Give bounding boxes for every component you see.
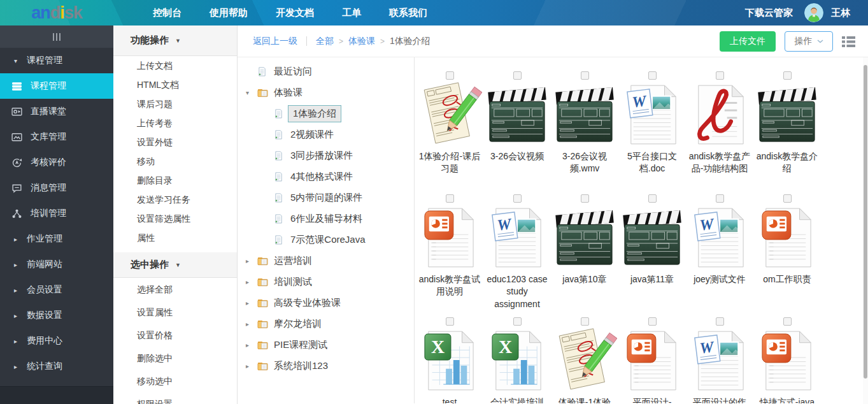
file-item[interactable]: andisk教学盘试用说明 — [416, 194, 483, 317]
ops-item[interactable]: 设置属性 — [113, 301, 237, 324]
file-item[interactable]: Xtest — [416, 317, 483, 403]
tree-node[interactable]: 7示范课CoreJava — [238, 229, 414, 250]
sidebar-item-4[interactable]: 考核评价 — [0, 150, 113, 175]
ops-item[interactable]: 权限设置 — [113, 393, 237, 404]
ops-item[interactable]: 移动选中 — [113, 370, 237, 393]
tree-node[interactable]: 4其他格式课件 — [238, 166, 414, 187]
file-checkbox[interactable] — [581, 71, 589, 80]
sidebar-group-8[interactable]: ▸前端网站 — [0, 252, 113, 277]
caret-right-icon[interactable]: ▸ — [246, 257, 253, 264]
file-checkbox[interactable] — [716, 317, 724, 326]
ops-section-header-1[interactable]: 功能操作▼ — [113, 25, 237, 56]
file-checkbox[interactable] — [783, 194, 792, 203]
file-item[interactable]: W5平台接口文档.doc — [618, 71, 686, 194]
file-item[interactable]: Wjoey测试文件 — [686, 194, 753, 317]
file-item[interactable]: andisk教学盘产品-功能结构图 — [686, 71, 753, 194]
ops-section-header-2[interactable]: 选中操作▼ — [113, 252, 237, 278]
ops-item[interactable]: 设置外链 — [113, 133, 237, 152]
tree-node[interactable]: 2视频课件 — [238, 124, 414, 145]
ops-item[interactable]: HTML文档 — [113, 75, 237, 94]
sidebar-collapse-button[interactable] — [0, 25, 113, 48]
file-checkbox[interactable] — [513, 317, 522, 326]
tree-node[interactable]: ▸PIE课程测试 — [238, 335, 414, 356]
scrollbar-thumb[interactable] — [864, 65, 867, 379]
ops-item[interactable]: 上传文档 — [113, 56, 237, 75]
sidebar-item-1[interactable]: 课程管理 — [0, 73, 113, 99]
sidebar-item-5[interactable]: 消息管理 — [0, 175, 113, 201]
operate-dropdown-button[interactable]: 操作 — [785, 31, 833, 52]
ops-item[interactable]: 发送学习任务 — [113, 190, 237, 209]
file-item[interactable]: 平面设计- — [618, 317, 686, 403]
ops-item[interactable]: 删除目录 — [113, 171, 237, 190]
tree-node[interactable]: ▸摩尔龙培训 — [238, 314, 414, 335]
sidebar-group-7[interactable]: ▸作业管理 — [0, 226, 113, 252]
username[interactable]: 王林 — [831, 7, 850, 19]
file-item[interactable]: 3-26会议视频.wmv — [551, 71, 618, 194]
tree-node[interactable]: ▸系统培训123 — [238, 356, 414, 377]
sidebar-group-9[interactable]: ▸会员设置 — [0, 277, 113, 303]
download-cloud-manager-link[interactable]: 下载云管家 — [745, 7, 793, 19]
ops-item[interactable]: 属性 — [113, 228, 237, 247]
ops-item[interactable]: 选择全部 — [113, 278, 237, 301]
tree-node[interactable]: ▸培训测试 — [238, 271, 414, 292]
sidebar-group-0[interactable]: ▾课程管理 — [0, 48, 113, 73]
file-checkbox[interactable] — [716, 71, 724, 80]
ops-item[interactable]: 上传考卷 — [113, 113, 237, 133]
caret-right-icon[interactable]: ▸ — [246, 363, 253, 370]
sidebar-item-6[interactable]: 培训管理 — [0, 201, 113, 226]
breadcrumb-link[interactable]: 体验课 — [348, 36, 375, 47]
caret-right-icon[interactable]: ▸ — [246, 278, 253, 285]
tree-node[interactable]: 1体验介绍 — [238, 103, 414, 124]
file-checkbox[interactable] — [513, 194, 522, 203]
ops-item[interactable]: 设置筛选属性 — [113, 209, 237, 228]
tree-node[interactable]: 5内带问题的课件 — [238, 187, 414, 208]
file-checkbox[interactable] — [648, 317, 657, 326]
sidebar-group-11[interactable]: ▸费用中心 — [0, 328, 113, 354]
ops-item[interactable]: 课后习题 — [113, 94, 237, 113]
file-item[interactable]: 1体验介绍-课后习题 — [416, 71, 483, 194]
tree-node[interactable]: 最近访问 — [238, 61, 414, 82]
file-checkbox[interactable] — [581, 194, 589, 203]
file-checkbox[interactable] — [648, 194, 657, 203]
upload-file-button[interactable]: 上传文件 — [720, 31, 776, 52]
file-item[interactable]: 快捷方式-java — [753, 317, 821, 403]
tree-node[interactable]: 6作业及辅导材料 — [238, 208, 414, 229]
tree-node[interactable]: 3同步播放课件 — [238, 145, 414, 166]
back-link[interactable]: 返回上一级 — [253, 36, 297, 47]
file-item[interactable]: om工作职责 — [753, 194, 821, 317]
file-item[interactable]: W平面设计的作 — [686, 317, 753, 403]
file-item[interactable]: java第11章 — [618, 194, 686, 317]
topnav-item[interactable]: 工单 — [328, 0, 375, 25]
file-item[interactable]: 3-26会议视频 — [483, 71, 551, 194]
list-view-toggle-icon[interactable] — [842, 36, 855, 47]
file-item[interactable]: Weduc1203 case study assignment — [483, 194, 551, 317]
file-checkbox[interactable] — [716, 194, 724, 203]
file-checkbox[interactable] — [783, 317, 792, 326]
caret-right-icon[interactable]: ▸ — [246, 321, 253, 328]
caret-right-icon[interactable]: ▸ — [246, 299, 253, 307]
caret-down-icon[interactable]: ▾ — [246, 89, 253, 96]
file-item[interactable]: java第10章 — [551, 194, 618, 317]
topnav-item[interactable]: 控制台 — [139, 0, 196, 25]
caret-right-icon[interactable]: ▸ — [246, 342, 253, 349]
file-checkbox[interactable] — [648, 71, 657, 80]
file-checkbox[interactable] — [513, 71, 522, 80]
tree-node[interactable]: ▾体验课 — [238, 82, 414, 103]
ops-item[interactable]: 移动 — [113, 152, 237, 171]
file-checkbox[interactable] — [446, 71, 454, 80]
file-checkbox[interactable] — [783, 71, 792, 80]
file-checkbox[interactable] — [446, 317, 454, 326]
file-item[interactable]: 体验课-1体验 — [551, 317, 618, 403]
tree-node[interactable]: ▸运营培训 — [238, 250, 414, 271]
ops-item[interactable]: 删除选中 — [113, 347, 237, 370]
sidebar-group-12[interactable]: ▸统计查询 — [0, 354, 113, 379]
topnav-item[interactable]: 联系我们 — [375, 0, 441, 25]
file-item[interactable]: andisk教学盘介绍 — [753, 71, 821, 194]
sidebar-item-2[interactable]: 直播课堂 — [0, 99, 113, 124]
breadcrumb-link[interactable]: 全部 — [316, 36, 334, 47]
file-item[interactable]: X会计实操培训 — [483, 317, 551, 403]
tree-node[interactable]: ▸高级专业体验课 — [238, 292, 414, 314]
user-avatar[interactable] — [804, 3, 823, 22]
sidebar-item-3[interactable]: 文库管理 — [0, 124, 113, 150]
sidebar-group-10[interactable]: ▸数据设置 — [0, 303, 113, 328]
